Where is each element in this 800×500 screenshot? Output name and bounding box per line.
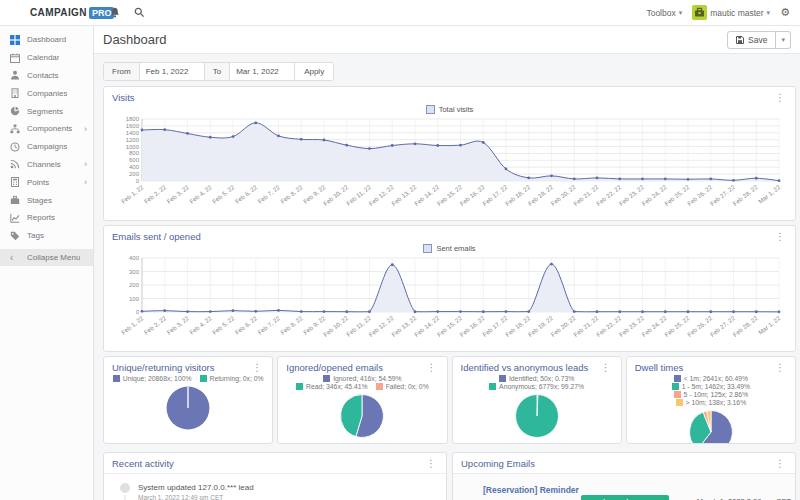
sitemap-icon	[10, 124, 21, 134]
panel-title: Recent activity	[112, 458, 174, 469]
legend-swatch	[423, 244, 432, 253]
panel-menu-icon[interactable]: ⋮	[773, 232, 787, 242]
sidebar-collapse-menu[interactable]: ‹ Collapse Menu	[0, 249, 93, 267]
app-logo[interactable]: CAMPAIGN PRO	[0, 7, 94, 19]
legend-label: Anonymous; 6779x; 99.27%	[499, 383, 584, 390]
global-search-icon[interactable]	[134, 7, 145, 18]
panel-title: Ignored/opened emails	[286, 362, 383, 373]
panel-menu-icon[interactable]: ⋮	[250, 363, 264, 373]
svg-text:1400: 1400	[126, 130, 140, 136]
sidebar-item-points[interactable]: Points ›	[0, 173, 93, 191]
svg-text:300: 300	[129, 269, 140, 275]
legend-label: Failed; 0x; 0%	[386, 383, 429, 390]
sidebar-item-label: Calendar	[27, 53, 59, 62]
sidebar-item-companies[interactable]: Companies	[0, 84, 93, 102]
sidebar-item-contacts[interactable]: Contacts	[0, 67, 93, 85]
legend-item[interactable]: Anonymous; 6779x; 99.27%	[489, 383, 584, 390]
toolbox-menu[interactable]: Toolbox ▾	[646, 8, 682, 18]
calendar-icon	[10, 53, 21, 63]
visits-line-chart: 020040060080010001200140016001800Feb 1, …	[112, 116, 787, 215]
svg-text:Feb 4, 22: Feb 4, 22	[188, 183, 213, 205]
user-menu[interactable]: mautic master ▾	[692, 5, 770, 20]
legend-label: 1 - 5m; 1462x; 33.49%	[682, 383, 750, 390]
main-content: Dashboard Save ▾ From To Apply Visits ⋮	[94, 26, 800, 500]
settings-gear-icon[interactable]: ⚙	[780, 6, 790, 19]
legend-label: Read; 346x; 45.41%	[306, 383, 368, 390]
activity-time: March 1, 2022 12:49 pm CET	[138, 494, 254, 500]
dashboard-icon	[10, 35, 21, 45]
chevron-right-icon: ›	[84, 160, 87, 168]
panel-menu-icon[interactable]: ⋮	[425, 363, 439, 373]
legend-item[interactable]: 5 - 10m; 125x; 2.86%	[674, 391, 749, 398]
legend-label: > 10m; 138x; 3.16%	[686, 399, 747, 406]
sidebar-item-reports[interactable]: Reports	[0, 209, 93, 227]
save-button[interactable]: Save	[727, 31, 776, 49]
sidebar: Dashboard Calendar Contacts Companies Se…	[0, 26, 94, 500]
date-from-input[interactable]	[140, 63, 204, 80]
svg-text:Feb 1, 22: Feb 1, 22	[120, 183, 145, 205]
svg-text:1800: 1800	[126, 116, 140, 122]
svg-text:Feb 8, 22: Feb 8, 22	[279, 314, 304, 336]
visits-panel-title: Visits	[112, 92, 135, 103]
legend-item[interactable]: > 10m; 138x; 3.16%	[676, 399, 747, 406]
legend-swatch	[672, 383, 679, 390]
brand-name: CAMPAIGN	[30, 7, 87, 18]
avatar	[692, 5, 707, 20]
date-to-input[interactable]	[230, 63, 294, 80]
date-range-filter: From To Apply	[103, 62, 334, 81]
panel-menu-icon[interactable]: ⋮	[773, 363, 787, 373]
unique-returning-visitors-panel: Unique/returning visitors ⋮ Unique; 2086…	[103, 356, 273, 444]
legend-item[interactable]: Ignored; 416x; 54.59%	[323, 375, 401, 382]
sidebar-item-channels[interactable]: Channels ›	[0, 156, 93, 174]
save-floppy-icon	[736, 36, 744, 44]
notifications-bell-icon[interactable]	[110, 7, 120, 18]
panel-menu-icon[interactable]: ⋮	[424, 459, 438, 469]
sidebar-item-label: Points	[27, 178, 49, 187]
svg-text:Feb 3, 22: Feb 3, 22	[165, 183, 190, 205]
visits-legend[interactable]: Total visits	[112, 103, 787, 116]
legend-item[interactable]: Unique; 20868x; 100%	[113, 375, 192, 382]
svg-text:Feb 6, 22: Feb 6, 22	[233, 314, 258, 336]
svg-text:200: 200	[129, 171, 140, 177]
sidebar-item-calendar[interactable]: Calendar	[0, 49, 93, 67]
sidebar-item-tags[interactable]: Tags	[0, 227, 93, 245]
sidebar-item-stages[interactable]: Stages	[0, 191, 93, 209]
upcoming-emails-panel: Upcoming Emails ⋮ [Reservation] Reminder…	[452, 452, 796, 500]
upcoming-email-row: [Reservation] Reminder to Purchase (2) R…	[453, 474, 795, 500]
sidebar-item-campaigns[interactable]: Campaigns	[0, 138, 93, 156]
page-title: Dashboard	[103, 32, 167, 47]
sidebar-item-components[interactable]: Components ›	[0, 120, 93, 138]
legend-item[interactable]: Failed; 0x; 0%	[376, 383, 429, 390]
panel-menu-icon[interactable]: ⋮	[773, 93, 787, 103]
timeline-dot	[120, 483, 130, 493]
legend-item[interactable]: Read; 346x; 45.41%	[296, 383, 368, 390]
briefcase-icon	[10, 195, 21, 205]
dwell-times-panel: Dwell times ⋮ < 1m; 2641x; 60.49% 1 - 5m…	[626, 356, 796, 444]
legend-item[interactable]: 1 - 5m; 1462x; 33.49%	[672, 383, 750, 390]
save-dropdown-button[interactable]: ▾	[776, 31, 791, 49]
panel-menu-icon[interactable]: ⋮	[773, 459, 787, 469]
legend-swatch	[113, 375, 120, 382]
tag-icon	[10, 231, 21, 241]
svg-text:Feb 7, 22: Feb 7, 22	[256, 183, 281, 205]
activity-item: System updated 127.0.0.*** lead March 1,…	[112, 474, 438, 500]
legend-swatch	[323, 375, 330, 382]
panel-menu-icon[interactable]: ⋮	[599, 363, 613, 373]
emails-legend[interactable]: Sent emails	[112, 242, 787, 255]
emails-line-chart: 0100200300400Feb 1, 22Feb 2, 22Feb 3, 22…	[112, 255, 787, 346]
apply-button[interactable]: Apply	[294, 63, 333, 80]
legend-item[interactable]: < 1m; 2641x; 60.49%	[674, 375, 748, 382]
email-link[interactable]: [Reservation] Reminder to Purchase	[483, 485, 579, 500]
sidebar-item-segments[interactable]: Segments	[0, 102, 93, 120]
to-label: To	[204, 63, 230, 80]
svg-text:Mar 1, 22: Mar 1, 22	[757, 183, 782, 205]
sidebar-item-label: Channels	[27, 160, 61, 169]
legend-item[interactable]: Returning; 0x; 0%	[200, 375, 264, 382]
svg-text:Feb 3, 22: Feb 3, 22	[165, 314, 190, 336]
sidebar-item-label: Dashboard	[27, 35, 66, 44]
legend-item[interactable]: Identified; 50x; 0.73%	[499, 375, 574, 382]
sidebar-item-dashboard[interactable]: Dashboard	[0, 31, 93, 49]
svg-text:600: 600	[129, 157, 140, 163]
identified-anonymous-panel: Identified vs anonymous leads ⋮ Identifi…	[452, 356, 622, 444]
timeline-line	[124, 495, 126, 500]
